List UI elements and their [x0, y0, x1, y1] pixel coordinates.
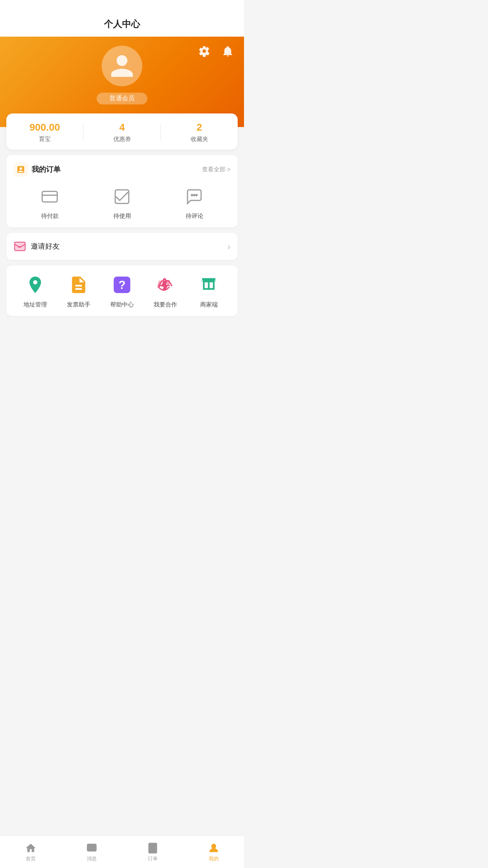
order-action-pending-payment[interactable]: 待付款: [38, 185, 61, 220]
content-spacer: [0, 321, 244, 457]
svg-rect-6: [14, 242, 25, 251]
order-actions: 待付款 待使用 待评论: [14, 185, 230, 220]
avatar: [102, 46, 142, 86]
orders-header: 我的订单 查看全部 >: [14, 162, 230, 177]
coupon-value: 4: [84, 122, 160, 133]
invite-row: 邀请好友 ›: [14, 240, 230, 253]
notification-button[interactable]: [220, 43, 236, 59]
order-action-pending-review[interactable]: 待评论: [183, 185, 206, 220]
page-title: 个人中心: [0, 18, 244, 30]
svg-point-4: [194, 194, 195, 196]
location-icon: [23, 273, 47, 297]
pending-payment-label: 待付款: [41, 212, 59, 220]
stat-favorites[interactable]: 2 收藏夹: [161, 122, 238, 143]
tools-section: 地址管理 发票助手 ? 帮助中心: [6, 265, 238, 316]
hero-icons: [196, 43, 236, 59]
invite-icon: [14, 240, 26, 253]
stat-coupon[interactable]: 4 优惠券: [84, 122, 160, 143]
status-bar: [0, 0, 244, 14]
pending-review-label: 待评论: [186, 212, 203, 220]
favorites-label: 收藏夹: [161, 135, 238, 143]
settings-button[interactable]: [196, 43, 212, 59]
chevron-right-icon: ›: [227, 241, 230, 252]
orders-title: 我的订单: [32, 165, 61, 175]
stats-card: 900.00 育宝 4 优惠券 2 收藏夹: [6, 113, 238, 150]
page-title-bar: 个人中心: [0, 14, 244, 37]
order-action-pending-use[interactable]: 待使用: [110, 185, 134, 220]
tool-invoice-label: 发票助手: [67, 301, 90, 309]
favorites-value: 2: [161, 122, 238, 133]
tool-help[interactable]: ? 帮助中心: [104, 273, 140, 309]
tool-cooperate[interactable]: 我要合作: [147, 273, 183, 309]
orders-section: 我的订单 查看全部 > 待付款 待使用: [6, 155, 238, 227]
tool-address-label: 地址管理: [23, 301, 47, 309]
pending-use-label: 待使用: [113, 212, 131, 220]
yubao-label: 育宝: [6, 135, 83, 143]
invite-label: 邀请好友: [31, 242, 60, 251]
tool-cooperate-label: 我要合作: [154, 301, 177, 309]
svg-rect-2: [115, 190, 129, 203]
svg-rect-0: [42, 191, 57, 202]
stat-yubao[interactable]: 900.00 育宝: [6, 122, 83, 143]
invoice-icon: [66, 273, 91, 297]
member-badge[interactable]: 普通会员: [97, 93, 147, 104]
tool-invoice[interactable]: 发票助手: [61, 273, 97, 309]
svg-point-5: [196, 194, 197, 196]
view-all-orders[interactable]: 查看全部 >: [202, 165, 230, 174]
tools-grid: 地址管理 发票助手 ? 帮助中心: [14, 273, 230, 309]
help-icon: ?: [110, 273, 134, 297]
tool-merchant[interactable]: 商家端: [191, 273, 227, 309]
orders-header-left: 我的订单: [14, 162, 61, 177]
pending-review-icon: [183, 185, 206, 208]
pending-use-icon: [110, 185, 134, 208]
invite-section[interactable]: 邀请好友 ›: [6, 233, 238, 260]
pending-payment-icon: [38, 185, 61, 208]
svg-text:?: ?: [118, 278, 126, 291]
yubao-value: 900.00: [6, 122, 83, 133]
tool-merchant-label: 商家端: [200, 301, 218, 309]
coupon-label: 优惠券: [84, 135, 160, 143]
store-icon: [197, 273, 221, 297]
invite-left: 邀请好友: [14, 240, 60, 253]
svg-point-3: [192, 194, 193, 196]
order-icon-wrap: [14, 162, 28, 177]
tool-address[interactable]: 地址管理: [17, 273, 53, 309]
tool-help-label: 帮助中心: [110, 301, 134, 309]
handshake-icon: [153, 273, 178, 297]
